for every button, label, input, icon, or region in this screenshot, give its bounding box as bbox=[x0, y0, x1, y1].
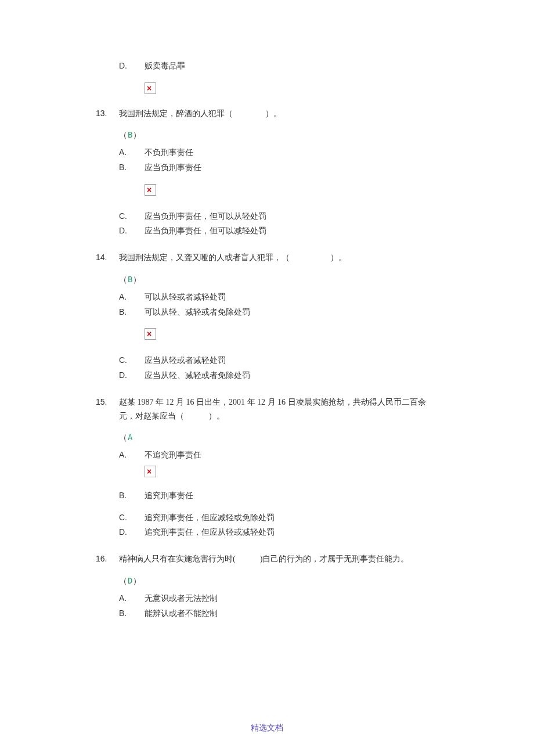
list-item: A. 不追究刑事责任 bbox=[119, 448, 438, 462]
question-16: 16. 精神病人只有在实施危害行为时( )自己的行为的，才属于无刑事责任能力。 … bbox=[96, 552, 438, 620]
list-item: D. 应当从轻、减轻或者免除处罚 bbox=[119, 369, 438, 383]
question-stem: 16. 精神病人只有在实施危害行为时( )自己的行为的，才属于无刑事责任能力。 bbox=[96, 552, 438, 566]
option-text: 应当负刑事责任，但可以从轻处罚 bbox=[145, 210, 438, 224]
options-block: A. 不负刑事责任 B. 应当负刑事责任 bbox=[119, 146, 438, 175]
question-text: 赵某 1987 年 12 月 16 日出生，2001 年 12 月 16 日凌晨… bbox=[119, 395, 438, 423]
options-block: A. 可以从轻或者减轻处罚 B. 可以从轻、减轻或者免除处罚 bbox=[119, 290, 438, 319]
option-text: 无意识或者无法控制 bbox=[145, 592, 438, 606]
broken-image-icon bbox=[145, 184, 156, 196]
option-letter: D. bbox=[119, 224, 145, 238]
option-letter: B. bbox=[119, 161, 145, 175]
question-number: 14. bbox=[96, 251, 119, 265]
option-letter: B. bbox=[119, 305, 145, 319]
question-15: 15. 赵某 1987 年 12 月 16 日出生，2001 年 12 月 16… bbox=[96, 395, 438, 539]
question-stem: 14. 我国刑法规定，又聋又哑的人或者盲人犯罪，（ ）。 bbox=[96, 251, 438, 265]
list-item: A. 不负刑事责任 bbox=[119, 146, 438, 160]
list-item: D. 贩卖毒品罪 bbox=[119, 59, 438, 73]
options-block: C. 应当负刑事责任，但可以从轻处罚 D. 应当负刑事责任，但可以减轻处罚 bbox=[119, 210, 438, 239]
option-letter: C. bbox=[119, 210, 145, 224]
list-item: B. 可以从轻、减轻或者免除处罚 bbox=[119, 305, 438, 319]
list-item: A. 可以从轻或者减轻处罚 bbox=[119, 290, 438, 304]
option-text: 追究刑事责任 bbox=[145, 489, 438, 503]
option-letter: C. bbox=[119, 354, 145, 368]
orphan-option-block: D. 贩卖毒品罪 bbox=[119, 59, 438, 73]
list-item: B. 应当负刑事责任 bbox=[119, 161, 438, 175]
option-text: 应当负刑事责任 bbox=[145, 161, 438, 175]
list-item: A. 无意识或者无法控制 bbox=[119, 592, 438, 606]
options-block: A. 无意识或者无法控制 B. 能辨认或者不能控制 bbox=[119, 592, 438, 621]
question-text: 精神病人只有在实施危害行为时( )自己的行为的，才属于无刑事责任能力。 bbox=[119, 552, 438, 566]
option-text: 不追究刑事责任 bbox=[145, 448, 438, 462]
option-text: 追究刑事责任，但应从轻或减轻处罚 bbox=[145, 525, 438, 539]
option-letter: A. bbox=[119, 448, 145, 462]
list-item: B. 能辨认或者不能控制 bbox=[119, 607, 438, 621]
answer-indicator: （D） bbox=[119, 574, 438, 588]
list-item: D. 应当负刑事责任，但可以减轻处罚 bbox=[119, 224, 438, 238]
question-stem: 13. 我国刑法规定，醉酒的人犯罪（ ）。 bbox=[96, 107, 438, 121]
option-text: 追究刑事责任，但应减轻或免除处罚 bbox=[145, 511, 438, 525]
answer-indicator: （A bbox=[119, 431, 438, 445]
question-stem: 15. 赵某 1987 年 12 月 16 日出生，2001 年 12 月 16… bbox=[96, 395, 438, 423]
broken-image-icon bbox=[145, 328, 156, 340]
options-block: C. 应当从轻或者减轻处罚 D. 应当从轻、减轻或者免除处罚 bbox=[119, 354, 438, 383]
option-letter: D. bbox=[119, 525, 145, 539]
option-letter: D. bbox=[119, 59, 145, 73]
option-text: 不负刑事责任 bbox=[145, 146, 438, 160]
option-letter: A. bbox=[119, 146, 145, 160]
question-13: 13. 我国刑法规定，醉酒的人犯罪（ ）。 （B） A. 不负刑事责任 B. 应… bbox=[96, 107, 438, 239]
answer-value: A bbox=[128, 433, 133, 442]
option-letter: A. bbox=[119, 290, 145, 304]
broken-image-icon bbox=[145, 82, 156, 94]
question-number: 13. bbox=[96, 107, 119, 121]
option-letter: C. bbox=[119, 511, 145, 525]
answer-indicator: （B） bbox=[119, 128, 438, 142]
option-letter: A. bbox=[119, 592, 145, 606]
options-block: B. 追究刑事责任 C. 追究刑事责任，但应减轻或免除处罚 D. 追究刑事责任，… bbox=[119, 489, 438, 539]
list-item: C. 应当从轻或者减轻处罚 bbox=[119, 354, 438, 368]
list-item: C. 应当负刑事责任，但可以从轻处罚 bbox=[119, 210, 438, 224]
option-text: 能辨认或者不能控制 bbox=[145, 607, 438, 621]
option-text: 贩卖毒品罪 bbox=[145, 59, 438, 73]
option-text: 应当从轻、减轻或者免除处罚 bbox=[145, 369, 438, 383]
options-block: A. 不追究刑事责任 bbox=[119, 448, 438, 462]
question-number: 16. bbox=[96, 552, 119, 566]
question-text: 我国刑法规定，又聋又哑的人或者盲人犯罪，（ ）。 bbox=[119, 251, 438, 265]
question-text: 我国刑法规定，醉酒的人犯罪（ ）。 bbox=[119, 107, 438, 121]
question-14: 14. 我国刑法规定，又聋又哑的人或者盲人犯罪，（ ）。 （B） A. 可以从轻… bbox=[96, 251, 438, 383]
page-footer: 精选文档 bbox=[0, 721, 534, 735]
option-text: 应当从轻或者减轻处罚 bbox=[145, 354, 438, 368]
option-text: 可以从轻、减轻或者免除处罚 bbox=[145, 305, 438, 319]
option-letter: B. bbox=[119, 607, 145, 621]
question-number: 15. bbox=[96, 395, 119, 409]
option-letter: D. bbox=[119, 369, 145, 383]
broken-image-icon bbox=[145, 466, 156, 477]
list-item: C. 追究刑事责任，但应减轻或免除处罚 bbox=[119, 511, 438, 525]
answer-indicator: （B） bbox=[119, 273, 438, 287]
option-letter: B. bbox=[119, 489, 145, 503]
list-item: B. 追究刑事责任 bbox=[119, 489, 438, 503]
option-text: 应当负刑事责任，但可以减轻处罚 bbox=[145, 224, 438, 238]
list-item: D. 追究刑事责任，但应从轻或减轻处罚 bbox=[119, 525, 438, 539]
option-text: 可以从轻或者减轻处罚 bbox=[145, 290, 438, 304]
